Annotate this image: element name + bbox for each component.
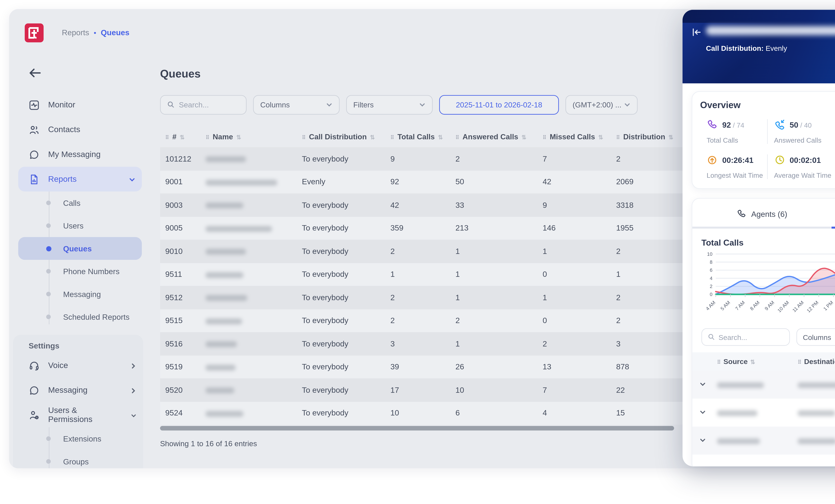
calls-table-header-row: ⠿Source⇅⠿Destination⇅⠿CRM ID⇅Actions — [692, 352, 835, 370]
sort-icon[interactable]: ⇅ — [236, 134, 241, 141]
calls-search-input[interactable] — [701, 328, 790, 346]
drag-handle-icon[interactable]: ⠿ — [455, 135, 459, 141]
brand-logo-icon[interactable] — [25, 23, 44, 42]
sort-icon[interactable]: ⇅ — [180, 134, 185, 141]
column-header-call-distribution[interactable]: ⠿Call Distribution⇅ — [297, 129, 385, 147]
stat-label: Longest Wait Time — [707, 171, 763, 179]
breadcrumb-current[interactable]: Queues — [101, 28, 129, 37]
stat-label: Average Wait Time — [774, 171, 831, 179]
timezone-dropdown[interactable]: (GMT+2:00) ... — [566, 95, 638, 115]
table-cell: 9511 — [160, 263, 200, 286]
chart-svg: 02468104 AM5 AM7 AM8 AM9 AM10 AM11 AM12 … — [701, 247, 835, 318]
table-cell: 146 — [537, 217, 611, 240]
column-header-destination[interactable]: ⠿Destination⇅ — [796, 352, 835, 370]
expand-row-icon[interactable] — [699, 409, 706, 415]
sidebar-subitem-phone-numbers[interactable]: Phone Numbers — [9, 260, 147, 283]
table-cell: 26 — [450, 355, 537, 378]
drag-handle-icon[interactable]: ⠿ — [206, 135, 209, 141]
filters-dropdown-label: Filters — [353, 101, 374, 109]
sidebar-subitem-queues[interactable]: Queues — [18, 237, 142, 260]
breadcrumb-section[interactable]: Reports — [62, 28, 89, 37]
call-row[interactable] — [692, 370, 835, 399]
column-header-answered-calls[interactable]: ⠿Answered Calls⇅ — [450, 129, 537, 147]
expand-row-icon[interactable] — [699, 437, 706, 443]
drag-handle-icon[interactable]: ⠿ — [543, 135, 546, 141]
sidebar-subitem-messaging[interactable]: Messaging — [9, 283, 147, 305]
sidebar-subitem-label: Users — [63, 221, 83, 230]
overview-title: Overview — [700, 100, 741, 110]
sidebar-subitem-extensions[interactable]: Extensions — [13, 427, 143, 450]
drag-handle-icon[interactable]: ⠿ — [798, 360, 801, 365]
timezone-label: (GMT+2:00) ... — [573, 101, 622, 109]
column-header-name[interactable]: ⠿Name⇅ — [200, 129, 297, 147]
column-header--[interactable]: ⠿#⇅ — [160, 129, 200, 147]
sidebar-collapse-button[interactable] — [28, 66, 42, 80]
column-header-missed-calls[interactable]: ⠿Missed Calls⇅ — [537, 129, 611, 147]
drag-handle-icon[interactable]: ⠿ — [390, 135, 394, 141]
sidebar-item-my-messaging[interactable]: My Messaging — [9, 142, 147, 167]
chevron-down-icon — [419, 102, 426, 108]
tab-calls[interactable]: Calls (92) — [831, 209, 835, 228]
sort-icon[interactable]: ⇅ — [598, 134, 603, 141]
sidebar-subitem-groups[interactable]: Groups — [13, 450, 143, 468]
bullet-icon — [46, 436, 51, 441]
drag-handle-icon[interactable]: ⠿ — [165, 135, 169, 141]
collapse-panel-icon[interactable] — [692, 27, 701, 37]
sidebar-item-label: Contacts — [48, 125, 80, 134]
calls-search-field[interactable] — [719, 333, 783, 341]
date-range-picker[interactable]: 2025-11-01 to 2026-02-18 — [439, 95, 559, 115]
sidebar-settings-group: Settings Voice Messaging — [13, 335, 143, 468]
table-cell: 9001 — [160, 170, 200, 193]
total-calls-chart: Total Calls 02468104 AM5 AM7 AM8 AM9 AM1… — [692, 228, 835, 320]
sidebar-item-messaging-settings[interactable]: Messaging — [13, 378, 143, 402]
column-header-total-calls[interactable]: ⠿Total Calls⇅ — [385, 129, 450, 147]
sidebar-subitem-calls[interactable]: Calls — [9, 191, 147, 214]
calls-columns-label: Columns — [803, 333, 831, 341]
search-input[interactable] — [160, 95, 246, 115]
drag-handle-icon[interactable]: ⠿ — [302, 135, 306, 141]
tab-agents[interactable]: Agents (6) — [692, 209, 831, 228]
filters-dropdown[interactable]: Filters — [346, 95, 433, 115]
sort-icon[interactable]: ⇅ — [522, 134, 526, 141]
chat-icon — [28, 385, 40, 396]
svg-text:4 AM: 4 AM — [705, 300, 716, 311]
sort-icon[interactable]: ⇅ — [669, 134, 673, 141]
sidebar-subitem-scheduled-reports[interactable]: Scheduled Reports — [9, 305, 147, 328]
table-cell: 2 — [537, 332, 611, 355]
sidebar-item-monitor[interactable]: Monitor — [9, 93, 147, 117]
column-header-source[interactable]: ⠿Source⇅ — [716, 352, 796, 370]
sidebar-item-contacts[interactable]: Contacts — [9, 117, 147, 142]
tab-agents-label: Agents (6) — [751, 209, 787, 219]
calls-columns-dropdown[interactable]: Columns — [796, 328, 835, 346]
sidebar-item-label: Users & Permissions — [48, 406, 114, 424]
columns-dropdown[interactable]: Columns — [253, 95, 340, 115]
call-row[interactable] — [692, 427, 835, 455]
sidebar-item-voice[interactable]: Voice — [13, 353, 143, 378]
horizontal-scrollbar[interactable] — [160, 426, 674, 430]
sidebar-item-users-permissions[interactable]: Users & Permissions — [13, 402, 143, 427]
sidebar-reports-subnav: CallsUsersQueuesPhone NumbersMessagingSc… — [9, 191, 147, 328]
svg-text:11 AM: 11 AM — [791, 300, 805, 313]
sort-icon[interactable]: ⇅ — [438, 134, 443, 141]
table-cell: 7 — [537, 378, 611, 401]
queue-name-blurred — [200, 194, 297, 217]
sort-icon[interactable]: ⇅ — [750, 359, 755, 365]
queue-name-blurred — [200, 286, 297, 309]
sidebar-item-reports[interactable]: Reports — [18, 167, 142, 191]
drag-handle-icon[interactable]: ⠿ — [616, 135, 620, 141]
sidebar-item-label: Messaging — [48, 386, 87, 395]
drag-handle-icon[interactable]: ⠿ — [717, 360, 721, 365]
search-input-field[interactable] — [179, 101, 240, 109]
table-cell: To everybody — [297, 217, 385, 240]
expand-row-icon[interactable] — [699, 381, 706, 387]
sort-icon[interactable]: ⇅ — [370, 134, 375, 141]
arrow-left-icon — [28, 66, 42, 80]
table-cell: To everybody — [297, 309, 385, 332]
table-cell: 17 — [385, 378, 450, 401]
search-icon — [167, 101, 174, 109]
table-cell: 9516 — [160, 332, 200, 355]
sidebar-subitem-label: Phone Numbers — [63, 267, 120, 276]
sidebar-subitem-users[interactable]: Users — [9, 214, 147, 237]
call-row[interactable] — [692, 399, 835, 427]
call-distribution-label: Call Distribution: — [706, 44, 763, 52]
